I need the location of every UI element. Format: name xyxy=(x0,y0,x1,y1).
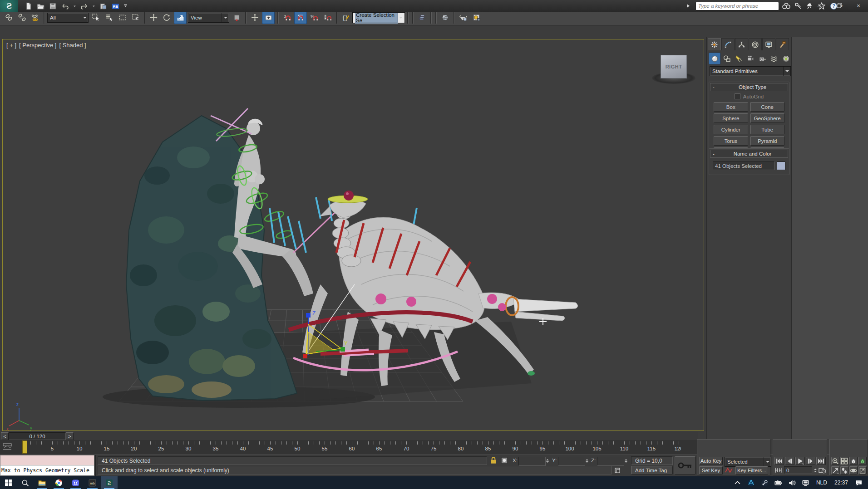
category-cameras[interactable] xyxy=(745,53,756,64)
category-dropdown[interactable]: Standard Primitives xyxy=(710,66,791,76)
redo-dropdown-icon[interactable] xyxy=(92,4,95,8)
spinner-snap-toggle-button[interactable] xyxy=(321,12,333,24)
y-coord-field[interactable] xyxy=(558,457,585,466)
select-and-uniform-scale-button[interactable] xyxy=(174,11,187,24)
select-and-link-button[interactable] xyxy=(3,12,15,24)
z-coord-field[interactable] xyxy=(597,457,624,466)
battery-icon[interactable] xyxy=(774,478,784,488)
category-space-warps[interactable] xyxy=(769,53,779,64)
zoom-button[interactable] xyxy=(831,457,839,465)
time-slider-handle[interactable]: 0 / 120 xyxy=(9,432,66,440)
save-file-icon[interactable] xyxy=(48,1,57,10)
new-scene-icon[interactable] xyxy=(24,1,33,10)
taskbar-motionbuilder-icon[interactable]: mb xyxy=(84,476,101,489)
project-toolbar-icon[interactable] xyxy=(99,1,108,10)
search-input[interactable]: Type a keyword or phrase xyxy=(695,2,779,10)
z-coord-spinner[interactable] xyxy=(624,457,628,465)
add-time-tag-button[interactable]: Add Time Tag xyxy=(631,466,673,474)
set-keys-button[interactable] xyxy=(675,456,695,474)
go-to-start-button[interactable] xyxy=(774,457,784,465)
category-shapes[interactable] xyxy=(721,53,732,64)
taskbar-file-explorer-icon[interactable] xyxy=(34,476,50,489)
undo-dropdown-icon[interactable] xyxy=(73,4,76,8)
category-systems[interactable] xyxy=(780,53,791,64)
volume-icon[interactable] xyxy=(787,478,797,488)
tab-create[interactable] xyxy=(708,38,721,50)
x-coord-spinner[interactable] xyxy=(545,457,549,465)
tab-hierarchy[interactable] xyxy=(735,38,748,50)
time-configuration-button[interactable] xyxy=(819,466,827,474)
object-name-field[interactable]: 41 Objects Selected xyxy=(713,161,774,170)
primitive-geosphere-button[interactable]: GeoSphere xyxy=(750,113,785,123)
next-frame-button[interactable] xyxy=(806,457,815,465)
next-frame-slider-button[interactable]: > xyxy=(66,432,74,440)
key-mode-dropdown[interactable]: Selected xyxy=(725,457,771,467)
select-by-name-button[interactable] xyxy=(103,12,115,24)
tab-utilities[interactable] xyxy=(776,38,789,50)
reference-coordinate-system-dropdown[interactable]: View xyxy=(188,13,229,23)
viewport-menu-shading[interactable]: [ Shaded ] xyxy=(59,42,86,49)
primitive-cone-button[interactable]: Cone xyxy=(750,102,785,112)
play-animation-button[interactable] xyxy=(795,457,805,465)
select-and-move-button[interactable] xyxy=(148,12,159,24)
y-coord-spinner[interactable] xyxy=(585,457,589,465)
listener-macro-row[interactable] xyxy=(0,455,94,465)
current-frame-field[interactable]: 0 xyxy=(784,466,812,474)
viewport-menu-general[interactable]: [ + ] xyxy=(6,42,16,49)
frame-field-spinner[interactable] xyxy=(813,466,817,474)
select-object-button[interactable] xyxy=(90,12,102,24)
object-color-swatch[interactable] xyxy=(777,161,785,170)
category-geometry[interactable] xyxy=(709,53,720,64)
zoom-extents-all-button[interactable] xyxy=(858,457,867,465)
zoom-all-button[interactable] xyxy=(840,457,848,465)
selection-lock-toggle[interactable] xyxy=(489,456,498,465)
bind-to-space-warp-button[interactable] xyxy=(29,12,41,24)
open-file-icon[interactable] xyxy=(36,1,45,10)
edit-named-selection-sets-button[interactable]: {} xyxy=(340,12,351,24)
network-icon[interactable] xyxy=(801,478,811,488)
percent-snap-toggle-button[interactable]: % xyxy=(308,12,320,24)
primitive-box-button[interactable]: Box xyxy=(714,102,748,112)
angle-snap-toggle-button[interactable] xyxy=(294,11,307,24)
redo-icon[interactable] xyxy=(79,1,89,10)
primitive-sphere-button[interactable]: Sphere xyxy=(714,113,748,123)
viewcube[interactable]: RIGHT xyxy=(651,49,696,85)
snap-toggle-3d-button[interactable]: 3 xyxy=(281,12,293,24)
language-indicator[interactable]: NLD xyxy=(814,479,829,486)
go-to-end-button[interactable] xyxy=(816,457,826,465)
viewcube-face[interactable]: RIGHT xyxy=(661,55,687,78)
select-and-rotate-button[interactable] xyxy=(161,12,173,24)
rectangular-selection-region-button[interactable] xyxy=(116,12,128,24)
clock[interactable]: 22:37 xyxy=(833,479,850,486)
rendered-frame-window-button[interactable] xyxy=(470,12,482,24)
new-key-tangent-icon[interactable] xyxy=(725,466,734,474)
key-mode-toggle-button[interactable] xyxy=(774,466,783,474)
absolute-offset-mode-toggle[interactable] xyxy=(500,456,509,465)
binoculars-search-icon[interactable] xyxy=(782,1,791,10)
steam-icon[interactable] xyxy=(760,478,770,488)
key-filters-button[interactable]: Key Filters... xyxy=(735,466,768,474)
primitive-tube-button[interactable]: Tube xyxy=(750,125,785,134)
category-helpers[interactable] xyxy=(757,53,768,64)
primitive-torus-button[interactable]: Torus xyxy=(714,136,748,146)
taskbar-search-icon[interactable] xyxy=(17,476,34,489)
taskbar-start-icon[interactable] xyxy=(0,476,17,489)
taskbar-3ds-max-icon[interactable]: S xyxy=(101,476,118,489)
action-center-icon[interactable] xyxy=(853,478,863,488)
named-selection-sets-dropdown[interactable]: Create Selection Se xyxy=(353,13,404,23)
orbit-button[interactable] xyxy=(849,466,858,474)
maximize-viewport-toggle-button[interactable] xyxy=(858,466,867,474)
auto-key-button[interactable]: Auto Key xyxy=(699,457,723,465)
timeline-ruler[interactable]: 0510152025303540455055606570758085909510… xyxy=(0,440,681,455)
tray-expand-icon[interactable] xyxy=(733,478,743,488)
select-and-manipulate-button[interactable] xyxy=(249,12,261,24)
window-crossing-toggle-button[interactable] xyxy=(129,12,141,24)
track-bar[interactable]: 0510152025303540455055606570758085909510… xyxy=(0,440,698,455)
zoom-extents-button[interactable] xyxy=(849,457,858,465)
tab-modify[interactable] xyxy=(721,38,735,50)
primitive-cylinder-button[interactable]: Cylinder xyxy=(714,125,748,134)
tab-motion[interactable] xyxy=(749,38,762,50)
application-menu-button[interactable]: S xyxy=(0,0,18,12)
previous-frame-button[interactable] xyxy=(785,457,794,465)
minimize-button[interactable]: — xyxy=(811,0,830,11)
